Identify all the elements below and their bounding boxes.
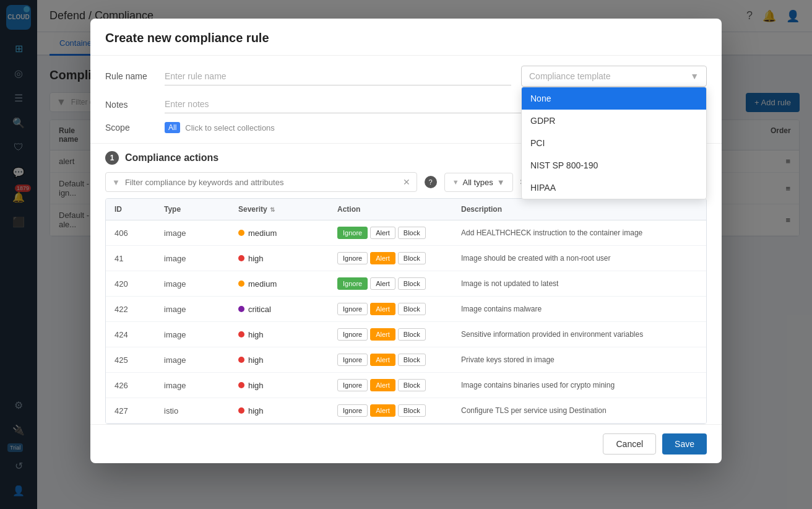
action-block-button[interactable]: Block (398, 354, 426, 366)
col-type: Type (155, 199, 230, 220)
modal-footer: Cancel Save (90, 424, 722, 463)
action-alert-button[interactable]: Alert (370, 303, 395, 315)
severity-dot (238, 407, 244, 414)
cell-severity: critical (230, 298, 329, 320)
help-tooltip-icon[interactable]: ? (425, 176, 437, 188)
severity-text: medium (248, 228, 277, 238)
cell-description: Image should be created with a non-root … (452, 248, 706, 269)
cell-description: Image contains binaries used for crypto … (452, 375, 706, 396)
cell-description: Image contains malware (452, 298, 706, 320)
types-chevron-icon: ▼ (497, 178, 505, 187)
cell-severity: medium (230, 273, 329, 295)
rule-name-row: Rule name Compliance template ▼ None GDP… (105, 66, 707, 87)
action-ignore-button[interactable]: Ignore (337, 303, 368, 315)
action-alert-button[interactable]: Alert (370, 404, 395, 417)
compliance-template-placeholder: Compliance template (529, 71, 611, 81)
compliance-row-406: 406 image medium Ignore Alert Block Add … (106, 220, 706, 246)
sort-icon[interactable]: ⇅ (270, 206, 275, 213)
action-ignore-button[interactable]: Ignore (337, 252, 368, 264)
cell-description: Image is not updated to latest (452, 273, 706, 294)
severity-dot (238, 382, 244, 388)
types-dropdown[interactable]: ▼ All types ▼ (444, 173, 513, 192)
scope-click-text: Click to select collections (185, 123, 275, 133)
modal-title: Create new compliance rule (105, 31, 707, 45)
action-alert-button[interactable]: Alert (370, 252, 395, 264)
action-alert-button[interactable]: Alert (370, 227, 395, 239)
action-block-button[interactable]: Block (398, 328, 426, 341)
compliance-table: ID Type Severity ⇅ Action Description 40… (105, 198, 707, 424)
action-block-button[interactable]: Block (398, 252, 426, 264)
compliance-table-header: ID Type Severity ⇅ Action Description (106, 199, 706, 220)
col-severity[interactable]: Severity ⇅ (230, 199, 329, 220)
cell-action: Ignore Alert Block (329, 322, 452, 347)
compliance-filter-input[interactable] (125, 178, 398, 187)
action-alert-button[interactable]: Alert (370, 328, 395, 341)
compliance-row-420: 420 image medium Ignore Alert Block Imag… (106, 271, 706, 297)
action-block-button[interactable]: Block (398, 277, 426, 290)
severity-text: medium (248, 279, 277, 289)
compliance-template-dropdown: None GDPR PCI NIST SP 800-190 HIPAA (521, 87, 707, 199)
action-ignore-button[interactable]: Ignore (337, 227, 368, 239)
compliance-row-422: 422 image critical Ignore Alert Block Im… (106, 297, 706, 322)
rule-name-input[interactable] (165, 67, 511, 85)
cell-action: Ignore Alert Block (329, 398, 452, 423)
cell-type: image (155, 248, 230, 269)
dropdown-item-nist[interactable]: NIST SP 800-190 (522, 154, 706, 176)
action-ignore-button[interactable]: Ignore (337, 328, 368, 341)
action-block-button[interactable]: Block (398, 379, 426, 391)
filter-icon-types: ▼ (452, 178, 459, 186)
severity-text: high (248, 381, 264, 390)
cell-action: Ignore Alert Block (329, 220, 452, 245)
severity-label: Severity (238, 205, 267, 214)
save-button[interactable]: Save (662, 433, 707, 455)
action-block-button[interactable]: Block (398, 227, 426, 239)
compliance-actions-label: Compliance actions (125, 152, 218, 163)
action-alert-button[interactable]: Alert (370, 277, 395, 290)
action-ignore-button[interactable]: Ignore (337, 354, 368, 366)
compliance-template-wrapper: Compliance template ▼ None GDPR PCI NIST… (521, 66, 707, 87)
col-description: Description (452, 199, 706, 220)
cell-action: Ignore Alert Block (329, 373, 452, 398)
cell-severity: medium (230, 222, 329, 244)
modal: Create new compliance rule Rule name Com… (90, 19, 722, 463)
cell-id: 426 (106, 375, 155, 396)
col-action: Action (329, 199, 452, 220)
cancel-button[interactable]: Cancel (603, 433, 656, 455)
cell-description: Configure TLS per service using Destinat… (452, 400, 706, 421)
cell-id: 422 (106, 298, 155, 320)
severity-dot (238, 255, 244, 261)
action-block-button[interactable]: Block (398, 404, 426, 417)
cell-id: 425 (106, 349, 155, 371)
notes-label: Notes (105, 100, 155, 110)
compliance-template-button[interactable]: Compliance template ▼ (521, 66, 707, 87)
filter-clear-icon[interactable]: ✕ (403, 177, 410, 187)
action-ignore-button[interactable]: Ignore (337, 404, 368, 417)
cell-type: image (155, 324, 230, 346)
action-alert-button[interactable]: Alert (370, 354, 395, 366)
dropdown-item-hipaa[interactable]: HIPAA (522, 176, 706, 199)
scope-label: Scope (105, 123, 155, 133)
compliance-row-426: 426 image high Ignore Alert Block Image … (106, 373, 706, 398)
action-ignore-button[interactable]: Ignore (337, 277, 368, 290)
cell-id: 41 (106, 248, 155, 269)
compliance-row-41: 41 image high Ignore Alert Block Image s… (106, 246, 706, 271)
cell-severity: high (230, 400, 329, 422)
severity-dot (238, 230, 244, 236)
cell-type: image (155, 349, 230, 371)
dropdown-item-gdpr[interactable]: GDPR (522, 110, 706, 132)
action-block-button[interactable]: Block (398, 303, 426, 315)
compliance-row-427: 427 istio high Ignore Alert Block Config… (106, 398, 706, 424)
modal-header: Create new compliance rule (90, 19, 722, 56)
scope-selector[interactable]: All Click to select collections (165, 122, 275, 133)
dropdown-item-pci[interactable]: PCI (522, 132, 706, 154)
cell-type: image (155, 222, 230, 244)
cell-id: 427 (106, 400, 155, 422)
cell-action: Ignore Alert Block (329, 347, 452, 372)
scope-all-badge: All (165, 122, 180, 133)
action-ignore-button[interactable]: Ignore (337, 379, 368, 391)
severity-text: high (248, 330, 264, 339)
action-alert-button[interactable]: Alert (370, 379, 395, 391)
types-label: All types (463, 178, 493, 187)
dropdown-item-none[interactable]: None (522, 87, 706, 110)
compliance-filter-input-wrapper[interactable]: ▼ ✕ (105, 172, 417, 192)
